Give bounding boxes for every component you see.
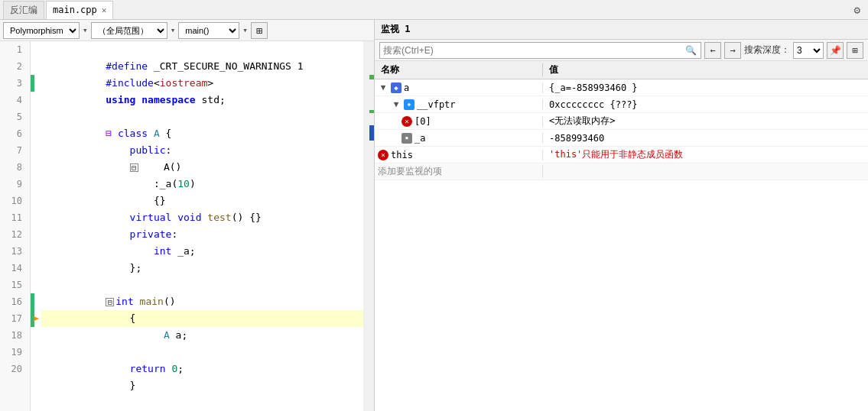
ln-13: 13 — [0, 243, 25, 260]
code-editor: 1 2 3 4 5 6 7 8 9 10 11 12 13 14 15 16 1… — [0, 41, 374, 411]
tab-disassembly[interactable]: 反汇编 — [3, 1, 44, 19]
ind-7 — [31, 142, 41, 159]
watch-row-a[interactable]: ▼ ◆ a {_a=-858993460 } — [375, 79, 868, 96]
ln-19: 19 — [0, 344, 25, 361]
ind-2 — [31, 58, 41, 75]
code-scrollbar[interactable] — [363, 41, 374, 411]
ln-16: 16 — [0, 293, 25, 310]
ln-7: 7 — [0, 142, 25, 159]
tab-main-cpp[interactable]: main.cpp ✕ — [46, 1, 113, 19]
obj-icon-vfptr: ◈ — [404, 99, 414, 110]
error-icon-this: ✕ — [378, 150, 388, 160]
collapse-7-btn[interactable]: ⊟ — [130, 163, 138, 172]
ln-6: 6 — [0, 125, 25, 142]
ln-9: 9 — [0, 176, 25, 193]
watch-cell-name-0: ✕ [0] — [375, 116, 543, 127]
ind-16 — [31, 293, 41, 310]
watch-value-0: <无法读取内存> — [543, 115, 868, 128]
pin-btn[interactable]: 📌 — [827, 42, 844, 59]
scroll-mark-2 — [369, 125, 374, 141]
nav-forward-btn[interactable]: → — [724, 42, 741, 59]
watch-row-add[interactable]: 添加要监视的项 — [375, 163, 868, 180]
nav-back-btn[interactable]: ← — [704, 42, 721, 59]
scroll-mark-3 — [369, 110, 374, 113]
scope-dropdown[interactable]: Polymorphism — [3, 22, 80, 39]
watch-search-input[interactable] — [383, 45, 684, 56]
watch-cell-name-vfptr: ▼ ◈ __vfptr — [375, 99, 543, 110]
watch-name-0: [0] — [414, 116, 431, 127]
watch-name-this: this — [391, 150, 413, 160]
ln-17: 17 — [0, 310, 25, 327]
watch-name-vfptr: __vfptr — [417, 99, 456, 110]
watch-search-box[interactable]: 🔍 — [379, 42, 701, 59]
ln-12: 12 — [0, 226, 25, 243]
ln-11: 11 — [0, 209, 25, 226]
ln-1: 1 — [0, 41, 25, 58]
collapse-15-btn[interactable]: ⊟ — [106, 298, 114, 306]
ln-15: 15 — [0, 277, 25, 293]
ln-18: 18 — [0, 327, 25, 344]
ln-5: 5 — [0, 108, 25, 125]
ln-8: 8 — [0, 159, 25, 176]
dropdown-arrow-3: ▾ — [242, 25, 248, 35]
expand-vfptr-icon[interactable]: ▼ — [391, 99, 401, 110]
watch-panel: 监视 1 🔍 ← → 搜索深度： 3 📌 ⊞ 名称 值 — [375, 20, 868, 411]
ind-20 — [31, 361, 41, 377]
watch-rows: ▼ ◆ a {_a=-858993460 } ▼ ◈ __vfptr 0xccc… — [375, 79, 868, 411]
editor-toolbar: Polymorphism ▾ （全局范围） ▾ main() ▾ ⊞ — [0, 20, 374, 41]
watch-table-header: 名称 值 — [375, 61, 868, 79]
range-dropdown[interactable]: （全局范围） — [91, 22, 167, 39]
watch-cell-name-this: ✕ this — [375, 150, 543, 160]
ln-10: 10 — [0, 193, 25, 209]
watch-row-this[interactable]: ✕ this 'this'只能用于非静态成员函数 — [375, 147, 868, 163]
watch-title: 监视 1 — [381, 23, 410, 36]
watch-header-value: 值 — [543, 63, 868, 76]
close-tab-icon[interactable]: ✕ — [102, 5, 107, 15]
watch-header-name: 名称 — [375, 63, 543, 76]
tab-disassembly-label: 反汇编 — [10, 4, 37, 17]
watch-value-a: {_a=-858993460 } — [543, 83, 868, 93]
ln-3: 3 — [0, 75, 25, 92]
editor-panel: Polymorphism ▾ （全局范围） ▾ main() ▾ ⊞ 1 2 3… — [0, 20, 375, 411]
ind-17: ➤ — [31, 310, 41, 327]
tab-main-cpp-label: main.cpp — [53, 5, 97, 15]
watch-row-_a[interactable]: ▪ _a -858993460 — [375, 130, 868, 147]
watch-value-this: 'this'只能用于非静态成员函数 — [543, 148, 868, 161]
code-line-1: #define _CRT_SECURE_NO_WARNINGS 1 — [41, 41, 363, 58]
expand-btn[interactable]: ⊞ — [251, 22, 268, 39]
watch-cell-name-_a: ▪ _a — [375, 133, 543, 144]
ind-6 — [31, 125, 41, 142]
watch-value-vfptr: 0xcccccccc {???} — [543, 99, 868, 110]
depth-label: 搜索深度： — [744, 44, 790, 57]
watch-value-_a: -858993460 — [543, 133, 868, 144]
function-dropdown[interactable]: main() — [178, 22, 239, 39]
dropdown-arrow-1: ▾ — [83, 25, 88, 35]
ind-12 — [31, 226, 41, 243]
ind-3 — [31, 75, 41, 92]
ind-19 — [31, 344, 41, 361]
expand-all-btn[interactable]: ⊞ — [847, 42, 863, 59]
tab-bar: 反汇编 main.cpp ✕ ⚙ — [0, 0, 868, 20]
ind-11 — [31, 209, 41, 226]
code-content[interactable]: #define _CRT_SECURE_NO_WARNINGS 1 #inclu… — [41, 41, 363, 411]
settings-icon[interactable]: ⚙ — [850, 4, 865, 16]
depth-select[interactable]: 3 — [793, 42, 824, 59]
execution-arrow-icon: ➤ — [31, 310, 41, 327]
main-container: Polymorphism ▾ （全局范围） ▾ main() ▾ ⊞ 1 2 3… — [0, 20, 868, 411]
expand-a-icon[interactable]: ▼ — [378, 83, 388, 93]
ln-14: 14 — [0, 260, 25, 277]
ind-4 — [31, 92, 41, 108]
watch-cell-name-add: 添加要监视的项 — [375, 165, 543, 178]
ind-18 — [31, 327, 41, 344]
ind-1 — [31, 41, 41, 58]
ln-4: 4 — [0, 92, 25, 108]
watch-row-0[interactable]: ✕ [0] <无法读取内存> — [375, 113, 868, 130]
search-icon[interactable]: 🔍 — [684, 44, 697, 57]
watch-toolbar: 🔍 ← → 搜索深度： 3 📌 ⊞ — [375, 40, 868, 61]
ln-20: 20 — [0, 361, 25, 377]
obj-icon-a: ◆ — [391, 83, 401, 93]
watch-row-vfptr[interactable]: ▼ ◈ __vfptr 0xcccccccc {???} — [375, 96, 868, 113]
error-icon-0: ✕ — [401, 116, 412, 127]
code-indicators: ➤ — [31, 41, 41, 411]
ind-14 — [31, 260, 41, 277]
